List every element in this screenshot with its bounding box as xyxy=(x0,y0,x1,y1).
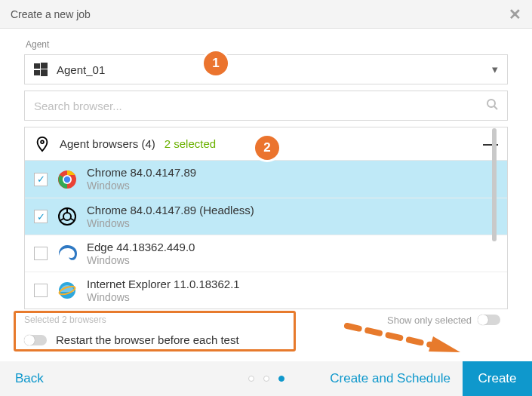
back-button[interactable]: Back xyxy=(15,371,44,386)
restart-toggle[interactable] xyxy=(24,335,47,345)
selected-summary: Selected 2 browsers xyxy=(24,315,106,325)
dialog-footer: Back Create and Schedule Create xyxy=(0,361,532,396)
browser-os: Windows xyxy=(87,254,195,267)
browser-text: Edge 44.18362.449.0 Windows xyxy=(87,241,195,267)
browser-os: Windows xyxy=(87,180,196,192)
caret-down-icon: ▾ xyxy=(492,63,498,76)
restart-label: Restart the browser before each test xyxy=(56,333,239,346)
checkbox-icon[interactable] xyxy=(34,247,48,260)
search-icon xyxy=(486,98,498,113)
svg-line-5 xyxy=(494,106,497,109)
browser-name: Internet Explorer 11.0.18362.1 xyxy=(87,278,240,291)
svg-rect-1 xyxy=(41,63,48,69)
annotation-badge-1: 1 xyxy=(204,51,228,75)
show-only-selected-label: Show only selected xyxy=(387,315,472,326)
chrome-headless-icon xyxy=(57,206,78,227)
group-selected-count: 2 selected xyxy=(165,137,216,150)
svg-point-7 xyxy=(42,141,43,143)
step-dot[interactable] xyxy=(248,376,254,382)
browser-name: Chrome 84.0.4147.89 xyxy=(87,166,196,180)
browser-text: Internet Explorer 11.0.18362.1 Windows xyxy=(87,278,240,304)
browser-row[interactable]: Edge 44.18362.449.0 Windows xyxy=(25,235,507,272)
svg-point-10 xyxy=(64,176,70,182)
step-dot[interactable] xyxy=(263,376,269,382)
ie-icon xyxy=(57,280,78,301)
svg-rect-0 xyxy=(34,63,40,69)
browser-name: Edge 44.18362.449.0 xyxy=(87,241,195,254)
create-job-dialog: Create a new job ✕ Agent Agent_01 ▾ Agen… xyxy=(0,0,532,396)
browser-search[interactable] xyxy=(24,91,508,121)
browser-text: Chrome 84.0.4147.89 (Headless) Windows xyxy=(87,204,254,230)
step-dot-active[interactable] xyxy=(278,376,284,382)
browser-row[interactable]: Internet Explorer 11.0.18362.1 Windows xyxy=(25,272,507,309)
svg-point-12 xyxy=(63,213,71,220)
show-only-selected-toggle[interactable] xyxy=(478,315,500,325)
svg-rect-2 xyxy=(34,70,40,75)
lower-panel: Selected 2 browsers Show only selected R… xyxy=(0,311,532,346)
checkbox-icon[interactable] xyxy=(34,284,48,297)
group-title: Agent browsers (4) xyxy=(60,137,155,150)
browser-list-wrap: Chrome 84.0.4147.89 Windows Chrome 84.0.… xyxy=(25,161,507,309)
close-icon[interactable]: ✕ xyxy=(509,7,521,22)
annotation-badge-2: 2 xyxy=(255,136,279,160)
svg-rect-3 xyxy=(41,69,48,76)
browser-os: Windows xyxy=(87,217,254,230)
dialog-title: Create a new job xyxy=(11,8,91,20)
windows-icon xyxy=(34,63,48,76)
location-pin-icon xyxy=(34,136,51,152)
browser-row[interactable]: Chrome 84.0.4147.89 Windows xyxy=(25,161,507,198)
checkbox-icon[interactable] xyxy=(34,173,48,186)
browser-text: Chrome 84.0.4147.89 Windows xyxy=(87,166,196,192)
browser-row[interactable]: Chrome 84.0.4147.89 (Headless) Windows xyxy=(25,198,507,235)
browser-name: Chrome 84.0.4147.89 (Headless) xyxy=(87,204,254,217)
create-and-schedule-button[interactable]: Create and Schedule xyxy=(330,371,451,386)
svg-line-15 xyxy=(60,219,64,221)
checkbox-icon[interactable] xyxy=(34,210,48,223)
svg-line-14 xyxy=(70,219,74,221)
step-indicator xyxy=(248,376,284,382)
dialog-header: Create a new job ✕ xyxy=(0,0,532,29)
agent-select[interactable]: Agent_01 ▾ xyxy=(24,54,508,84)
search-input[interactable] xyxy=(34,91,486,120)
browser-os: Windows xyxy=(87,291,240,304)
create-button[interactable]: Create xyxy=(463,361,532,396)
chrome-icon xyxy=(57,169,78,190)
agent-value: Agent_01 xyxy=(57,63,105,76)
svg-point-4 xyxy=(487,100,495,107)
edge-icon xyxy=(57,243,78,264)
scrollbar-thumb[interactable] xyxy=(492,128,497,241)
browser-list: Chrome 84.0.4147.89 Windows Chrome 84.0.… xyxy=(25,161,507,309)
agent-label: Agent xyxy=(26,39,508,50)
dialog-body: Agent Agent_01 ▾ Agent browsers (4) 2 se… xyxy=(0,29,532,309)
